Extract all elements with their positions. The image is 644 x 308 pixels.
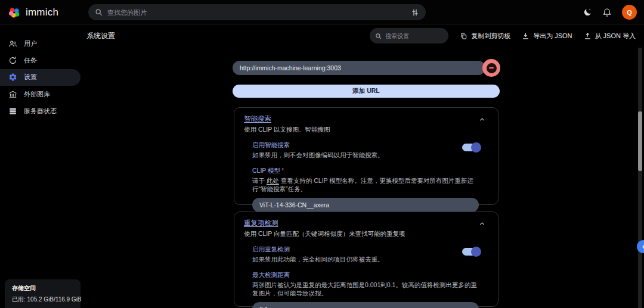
sidebar-item-server-stats[interactable]: 服务器状态 [0, 103, 80, 120]
chevron-left-icon [640, 244, 644, 250]
search-filter-icon[interactable] [411, 8, 419, 17]
logo-text: immich [26, 7, 58, 18]
settings-search-input[interactable] [385, 33, 443, 39]
clip-model-desc: 请于 此处 查看支持的 CLIP 模型名称。注意，更换模型后需要对所有图片重新运… [252, 177, 479, 194]
jobs-sync-icon [8, 56, 17, 65]
sidebar-item-external-libraries[interactable]: 外部图库 [0, 86, 80, 102]
global-search-input[interactable] [107, 9, 406, 16]
theme-toggle-moon-icon[interactable] [583, 8, 592, 17]
max-distance-desc: 两张图片被认为是重复的最大距离范围是0.001到0.1。较高的值将检测出更多的重… [252, 281, 479, 298]
duplicate-detection-toggle[interactable] [462, 248, 480, 256]
copy-label: 复制到剪切板 [471, 32, 510, 41]
page-title: 系统设置 [80, 31, 115, 41]
minus-circle-icon [487, 63, 497, 73]
import-json-button[interactable]: 从 JSON 导入 [584, 32, 636, 41]
settings-search-bar[interactable] [370, 28, 448, 43]
global-search-bar[interactable] [88, 4, 426, 20]
settings-header-actions: 复制到剪切板 导出为 JSON 从 JSON 导入 [370, 28, 644, 43]
download-icon [522, 32, 530, 40]
clip-model-input[interactable] [252, 198, 479, 212]
sidebar-item-jobs[interactable]: 任务 [0, 52, 80, 69]
import-label: 从 JSON 导入 [595, 32, 636, 41]
scrollbar-thumb[interactable] [638, 111, 642, 171]
clip-models-link[interactable]: 此处 [267, 177, 279, 184]
clip-model-label: CLIP 模型* [252, 167, 479, 175]
upload-icon [584, 32, 592, 40]
export-json-button[interactable]: 导出为 JSON [522, 32, 572, 41]
scrollbar-track[interactable] [638, 48, 642, 308]
admin-sidebar: 用户 任务 设置 [0, 24, 80, 308]
collapse-chevron-up-icon[interactable] [478, 220, 486, 228]
server-rack-icon [8, 107, 17, 116]
smart-search-title: 智能搜索 [244, 114, 488, 123]
search-icon [375, 33, 382, 39]
export-label: 导出为 JSON [533, 32, 572, 41]
storage-usage: 已用: 105.2 GiB/116.9 GiB [12, 295, 73, 304]
search-icon [95, 8, 103, 16]
max-distance-input[interactable] [252, 302, 479, 308]
user-avatar[interactable]: Q [622, 5, 637, 20]
required-asterisk: * [281, 167, 284, 174]
topbar-actions: Q [583, 0, 637, 24]
sidebar-item-label: 服务器状态 [24, 107, 57, 116]
smart-search-section: 智能搜索 使用 CLIP 以文搜图、智能搜图 启用智能搜索 如果禁用，则不会对图… [234, 107, 499, 205]
notifications-bell-icon[interactable] [602, 8, 612, 17]
copy-to-clipboard-button[interactable]: 复制到剪切板 [460, 32, 510, 41]
gear-icon [8, 73, 17, 82]
enable-smart-search-label: 启用智能搜索 [252, 141, 479, 150]
storage-card: 存储空间 已用: 105.2 GiB/116.9 GiB [5, 279, 80, 308]
storage-title: 存储空间 [12, 284, 73, 293]
max-distance-group: 最大检测距离 两张图片被认为是重复的最大距离范围是0.001到0.1。较高的值将… [252, 271, 488, 308]
sidebar-item-label: 用户 [24, 39, 37, 48]
immich-logo[interactable]: immich [8, 0, 58, 24]
smart-search-subtitle: 使用 CLIP 以文搜图、智能搜图 [244, 126, 488, 134]
enable-duplicate-label: 启用重复检测 [252, 245, 479, 254]
enable-smart-search-desc: 如果禁用，则不会对图像编码以用于智能搜索。 [252, 151, 479, 160]
sidebar-item-users[interactable]: 用户 [0, 35, 80, 52]
sidebar-item-label: 外部图库 [24, 90, 50, 99]
add-url-button[interactable]: 添加 URL [233, 85, 500, 98]
sidebar-item-label: 设置 [24, 73, 37, 82]
max-distance-label: 最大检测距离 [252, 271, 479, 279]
immich-flower-icon [8, 6, 21, 19]
duplicate-detection-subtitle: 使用 CLIP 向量匹配（关键词相似度）来查找可能的重复项 [244, 230, 488, 238]
sidebar-nav: 用户 任务 设置 [0, 35, 80, 120]
sidebar-item-label: 任务 [24, 56, 37, 65]
enable-smart-search-row: 启用智能搜索 如果禁用，则不会对图像编码以用于智能搜索。 [252, 141, 488, 160]
users-icon [8, 39, 17, 48]
enable-duplicate-detection-row: 启用重复检测 如果禁用此功能，完全相同的项目仍将被去重。 [252, 245, 488, 264]
duplicate-detection-section: 重复项检测 使用 CLIP 向量匹配（关键词相似度）来查找可能的重复项 启用重复… [234, 211, 499, 307]
library-bank-icon [8, 90, 17, 99]
topbar: immich [0, 0, 644, 24]
smart-search-toggle[interactable] [462, 144, 480, 151]
remove-url-button[interactable] [482, 59, 500, 77]
machine-learning-url-input[interactable] [233, 61, 485, 75]
copy-icon [460, 32, 467, 40]
immich-admin-settings-page: immich [0, 0, 644, 308]
settings-header: 系统设置 复制到剪切板 [80, 24, 644, 47]
collapse-chevron-up-icon[interactable] [478, 116, 486, 123]
enable-duplicate-desc: 如果禁用此功能，完全相同的项目仍将被去重。 [252, 256, 479, 264]
clip-model-group: CLIP 模型* 请于 此处 查看支持的 CLIP 模型名称。注意，更换模型后需… [252, 167, 488, 212]
duplicate-detection-title: 重复项检测 [244, 219, 488, 228]
sidebar-item-settings[interactable]: 设置 [0, 69, 80, 86]
